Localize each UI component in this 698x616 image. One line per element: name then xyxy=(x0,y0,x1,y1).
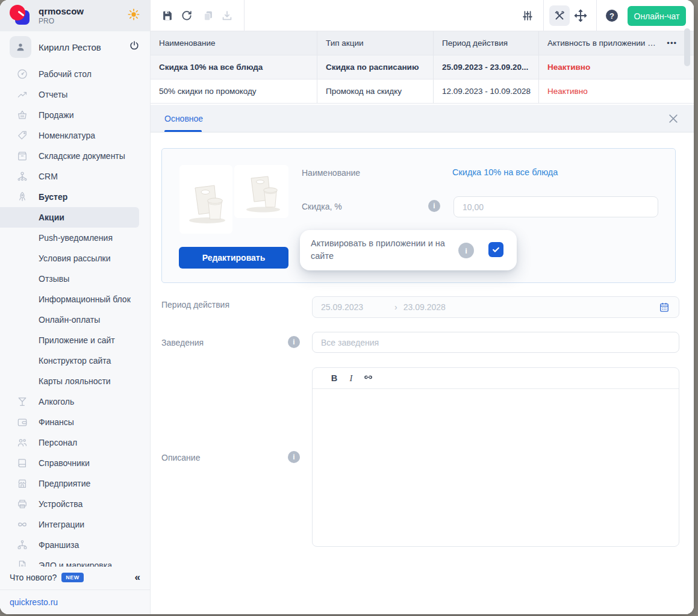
logout-power-icon[interactable] xyxy=(128,40,140,54)
save-icon[interactable] xyxy=(160,8,175,23)
sidebar-item-franchise[interactable]: Франшиза xyxy=(0,535,150,555)
quickresto-logo-icon xyxy=(10,5,31,26)
user-menu-item[interactable]: Кирилл Рестов xyxy=(0,35,150,59)
activate-checkbox[interactable] xyxy=(488,242,503,257)
collapse-sidebar-icon[interactable]: « xyxy=(135,571,140,583)
sidebar-subitem-reviews[interactable]: Отзывы xyxy=(0,269,150,289)
move-icon[interactable] xyxy=(573,8,588,23)
toolbar-divider xyxy=(596,0,597,31)
sidebar-subitem-label: Конструктор сайта xyxy=(39,356,111,366)
venues-info-icon[interactable]: i xyxy=(288,336,300,348)
reports-icon xyxy=(16,89,29,101)
sidebar-subitem-app-site[interactable]: Приложение и сайт xyxy=(0,330,150,350)
calendar-icon[interactable] xyxy=(658,301,670,313)
theme-sun-icon[interactable] xyxy=(127,8,140,23)
bold-icon[interactable]: B xyxy=(326,373,343,383)
sidebar-subitem-mailing[interactable]: Условия рассылки xyxy=(0,248,150,269)
sidebar-subitem-loyalty-cards[interactable]: Карты лояльности xyxy=(0,371,150,391)
sidebar-subitem-promotions[interactable]: Акции xyxy=(0,207,139,228)
staff-icon xyxy=(16,437,29,449)
description-textarea[interactable] xyxy=(313,389,679,546)
promo-summary-card: Наименование Скидка 10% на все блюда Ски… xyxy=(161,148,676,283)
promo-image-large[interactable] xyxy=(179,165,232,234)
activate-popover: Активировать в приложении и на сайте i xyxy=(300,230,517,270)
cell-name: Скидка 10% на все блюда xyxy=(151,55,317,79)
sidebar-item-directories[interactable]: Справочники xyxy=(0,453,150,473)
edit-button[interactable]: Редактировать xyxy=(179,247,288,269)
period-from-value: 25.09.2023 xyxy=(321,302,363,312)
sidebar-subitem-online-payments[interactable]: Онлайн-оплаты xyxy=(0,310,150,330)
editor-toolbar: B I xyxy=(313,368,679,389)
period-range-field[interactable]: 25.09.2023 › 23.09.2028 xyxy=(312,296,679,318)
online-chat-button[interactable]: Онлайн-чат xyxy=(628,6,686,26)
sidebar-item-warehouse[interactable]: Складские документы xyxy=(0,146,150,166)
sidebar-subitem-push[interactable]: Push-уведомления xyxy=(0,228,150,248)
help-icon[interactable]: ? xyxy=(605,8,619,23)
sidebar-item-integrations[interactable]: Интеграции xyxy=(0,514,150,535)
infinity-icon xyxy=(16,518,29,530)
copy-icon[interactable] xyxy=(201,8,216,23)
description-editor: B I xyxy=(312,367,679,547)
sidebar-item-reports[interactable]: Отчеты xyxy=(0,84,150,105)
column-settings-icon[interactable]: ••• xyxy=(667,39,677,48)
brand-subtitle: PRO xyxy=(39,17,127,25)
sidebar-item-nomenclature[interactable]: Номенклатура xyxy=(0,125,150,146)
sidebar-item-sales[interactable]: Продажи xyxy=(0,105,150,125)
refresh-icon[interactable] xyxy=(179,8,194,23)
whats-new-link[interactable]: Что нового? xyxy=(10,573,57,582)
sidebar-subitem-label: Push-уведомления xyxy=(39,233,113,243)
printer-icon xyxy=(16,498,29,510)
sidebar-item-staff[interactable]: Персонал xyxy=(0,432,150,453)
sidebar-subitem-site-builder[interactable]: Конструктор сайта xyxy=(0,350,150,371)
sidebar: qrmoscow PRO Кирилл Рестов Рабочий стол xyxy=(0,0,151,614)
sidebar-subitem-label: Акции xyxy=(39,213,64,222)
activate-info-icon[interactable]: i xyxy=(458,243,474,258)
sidebar-item-label: Финансы xyxy=(39,417,74,427)
sidebar-item-booster[interactable]: Бустер xyxy=(0,187,150,207)
sidebar-item-crm[interactable]: CRM xyxy=(0,166,150,187)
period-label: Период действия xyxy=(161,300,229,310)
italic-icon[interactable]: I xyxy=(343,373,360,384)
cell-status: Неактивно xyxy=(539,55,694,79)
sidebar-subitem-label: Онлайн-оплаты xyxy=(39,315,100,325)
close-icon[interactable] xyxy=(667,113,679,125)
tab-main[interactable]: Основное xyxy=(164,105,203,132)
sidebar-item-alcohol[interactable]: Алкоголь xyxy=(0,391,150,412)
cell-type: Промокод на скидку xyxy=(317,79,434,103)
column-header-period[interactable]: Период действия xyxy=(434,31,539,55)
app-window: qrmoscow PRO Кирилл Рестов Рабочий стол xyxy=(0,0,694,614)
table-row[interactable]: 50% скидки по промокоду Промокод на скид… xyxy=(151,79,694,104)
sidebar-item-enterprise[interactable]: Предприятие xyxy=(0,473,150,494)
sidebar-subitem-label: Условия рассылки xyxy=(39,254,111,263)
table-row[interactable]: Скидка 10% на все блюда Скидка по распис… xyxy=(151,55,694,79)
brand-title: qrmoscow xyxy=(39,6,127,16)
sidebar-item-dashboard[interactable]: Рабочий стол xyxy=(0,64,150,84)
sidebar-item-label: Отчеты xyxy=(39,90,67,99)
sidebar-item-finance[interactable]: Финансы xyxy=(0,412,150,432)
promo-image-small[interactable] xyxy=(234,165,288,218)
column-header-activity[interactable]: Активность в приложении и н... ••• xyxy=(539,31,694,55)
sidebar-item-label: Интеграции xyxy=(39,520,84,529)
discount-input[interactable] xyxy=(453,196,658,217)
link-icon[interactable] xyxy=(360,372,376,385)
cell-period: 25.09.2023 - 23.09.20... xyxy=(434,55,539,79)
column-header-name[interactable]: Наименование xyxy=(151,31,317,55)
cell-type: Скидка по расписанию xyxy=(317,55,434,79)
venues-input[interactable] xyxy=(312,332,679,353)
promo-name-link[interactable]: Скидка 10% на все блюда xyxy=(452,167,558,177)
toolbar: ? Онлайн-чат xyxy=(151,0,694,31)
sidebar-subitem-infoblock[interactable]: Информационный блок xyxy=(0,289,150,310)
cell-name: 50% скидки по промокоду xyxy=(151,79,317,103)
dashboard-icon xyxy=(16,68,29,80)
tools-icon[interactable] xyxy=(549,5,570,26)
download-icon[interactable] xyxy=(220,8,234,23)
sidebar-subitem-label: Приложение и сайт xyxy=(39,335,115,345)
sidebar-item-devices[interactable]: Устройства xyxy=(0,494,150,514)
franchise-icon xyxy=(16,539,29,551)
quickresto-site-link[interactable]: quickresto.ru xyxy=(10,597,58,607)
table-scrollbar[interactable] xyxy=(684,28,690,66)
description-info-icon[interactable]: i xyxy=(288,451,300,463)
discount-info-icon[interactable]: i xyxy=(428,200,440,212)
column-header-type[interactable]: Тип акции xyxy=(317,31,434,55)
sliders-icon[interactable] xyxy=(520,8,535,23)
